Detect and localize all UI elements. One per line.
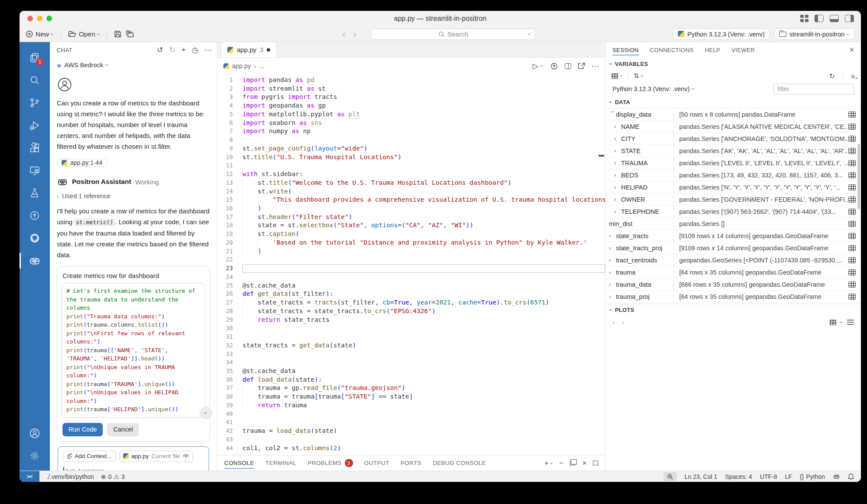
open-in-data-explorer-icon[interactable]: [848, 281, 856, 288]
back-icon[interactable]: ‹: [343, 29, 346, 39]
code-line[interactable]: 43: [217, 435, 605, 444]
variable-name-cell[interactable]: ›CITY: [605, 133, 674, 144]
sidebar-item-github[interactable]: [20, 227, 50, 249]
variable-name-cell[interactable]: ›BEDS: [605, 169, 674, 181]
open-in-data-explorer-icon[interactable]: [848, 209, 856, 215]
sidebar-item-source-control[interactable]: [20, 92, 50, 114]
sidebar-item-testing[interactable]: [20, 182, 50, 204]
current-file-chip[interactable]: app.py Current file: [119, 451, 193, 462]
variable-name-cell[interactable]: ›trauma_proj: [605, 291, 674, 302]
code-line[interactable]: 30: [217, 324, 605, 333]
open-in-data-explorer-icon[interactable]: [848, 111, 856, 118]
publish-app-icon[interactable]: [550, 62, 558, 70]
cancel-button[interactable]: Cancel: [107, 423, 139, 436]
remote-indicator[interactable]: ><: [20, 471, 39, 482]
line-number[interactable]: 1: [217, 76, 242, 85]
line-number[interactable]: 39: [217, 401, 242, 410]
run-code-button[interactable]: Run Code: [62, 423, 103, 436]
line-number[interactable]: 5: [217, 110, 242, 119]
line-number[interactable]: 16: [217, 204, 242, 213]
code-line[interactable]: 20 'Based on the tutorial "Distance and …: [217, 239, 605, 247]
save-all-button[interactable]: [126, 30, 134, 38]
line-number[interactable]: 15: [217, 196, 242, 204]
code-line[interactable]: 33: [217, 350, 605, 359]
variables-section-header[interactable]: › VARIABLES: [605, 58, 861, 70]
line-number[interactable]: 35: [217, 367, 242, 376]
run-file-icon[interactable]: ▷: [533, 62, 538, 71]
next-plot-icon[interactable]: ›: [622, 318, 625, 327]
variable-row[interactable]: ›STATEpandas.Series ['AK', 'AK', 'AL', '…: [605, 145, 861, 157]
variable-name-cell[interactable]: ›trauma_data: [605, 278, 674, 290]
code-editor[interactable]: 1import pandas as pd2import streamlit as…: [217, 74, 605, 455]
tab-connections[interactable]: CONNECTIONS: [650, 42, 694, 58]
line-number[interactable]: 2: [217, 85, 242, 93]
open-in-data-explorer-icon[interactable]: [848, 269, 856, 275]
line-number[interactable]: 24: [217, 273, 242, 281]
open-in-data-explorer-icon[interactable]: [848, 124, 856, 130]
line-number[interactable]: 14: [217, 187, 242, 196]
line-number[interactable]: 20: [217, 239, 242, 247]
open-in-data-explorer-icon[interactable]: [848, 148, 856, 154]
code-line[interactable]: 41: [217, 418, 605, 427]
code-line[interactable]: 32state_tracts = get_data(state): [217, 341, 605, 350]
chevron-right-icon[interactable]: ›: [614, 196, 621, 203]
restore-panel-icon[interactable]: [570, 461, 575, 465]
variable-row[interactable]: min_distpandas.Series []: [605, 218, 861, 230]
global-search-input[interactable]: Search ›: [371, 29, 536, 40]
sidebar-item-explorer[interactable]: 1: [20, 46, 50, 69]
customize-layout-icon[interactable]: [800, 15, 808, 22]
line-number[interactable]: 6: [217, 119, 242, 128]
code-line[interactable]: 29 return state_tracts: [217, 316, 605, 324]
code-line[interactable]: 36def load_data(state):: [217, 376, 605, 384]
chevron-right-icon[interactable]: ›: [609, 293, 616, 300]
line-number[interactable]: 41: [217, 418, 242, 427]
line-number[interactable]: 31: [217, 333, 242, 341]
line-number[interactable]: 25: [217, 281, 242, 290]
new-button[interactable]: New ›: [26, 30, 54, 38]
problems-status[interactable]: ⊗ 0 ⚠ 3: [101, 473, 125, 480]
clear-variables-icon[interactable]: ≡: [851, 72, 855, 80]
variable-name-cell[interactable]: ›state_tracts_proj: [605, 242, 674, 254]
indentation-status[interactable]: Spaces: 4: [725, 473, 752, 480]
panel-tab-terminal[interactable]: TERMINAL: [265, 455, 296, 471]
variable-row[interactable]: ›state_tracts_proj[9109 rows x 14 column…: [605, 242, 861, 254]
scroll-to-bottom-button[interactable]: ›: [200, 406, 213, 419]
panel-tab-output[interactable]: OUTPUT: [364, 455, 389, 471]
variable-row[interactable]: ›CITYpandas.Series ['ANCHORAGE', 'SOLDOT…: [605, 133, 861, 145]
chat-input-box[interactable]: Add Context... app.py Current file Ask A…: [58, 446, 209, 471]
code-line[interactable]: 2import streamlit as st: [217, 85, 605, 93]
open-in-data-explorer-icon[interactable]: [848, 172, 856, 178]
variable-name-cell[interactable]: min_dist: [605, 218, 674, 229]
chevron-right-icon[interactable]: ›: [614, 160, 621, 166]
redo-icon[interactable]: ↻: [169, 46, 175, 55]
open-in-data-explorer-icon[interactable]: [848, 196, 856, 203]
new-chat-icon[interactable]: +: [181, 46, 186, 54]
line-number[interactable]: 37: [217, 384, 242, 393]
variable-row[interactable]: ›TELEPHONEpandas.Series ['(907) 563-2662…: [605, 206, 861, 218]
code-line[interactable]: 27 state_tracts = tracts(st_filter, cb=T…: [217, 298, 605, 307]
code-line[interactable]: 10st.title("U.S. Trauma Hospital Locatio…: [217, 153, 605, 162]
variable-row[interactable]: ›BEDSpandas.Series [173, 49, 432, 332, 4…: [605, 169, 861, 181]
chevron-right-icon[interactable]: ›: [614, 135, 621, 142]
sidebar-item-run-debug[interactable]: [20, 114, 50, 137]
open-in-data-explorer-icon[interactable]: [848, 245, 856, 251]
chevron-right-icon[interactable]: ›: [609, 281, 616, 288]
code-line[interactable]: 9st.set_page_config(layout="wide"): [217, 144, 605, 153]
open-in-data-explorer-icon[interactable]: [848, 184, 856, 190]
tab-viewer[interactable]: VIEWER: [732, 42, 755, 58]
open-in-data-explorer-icon[interactable]: [848, 136, 856, 142]
code-line[interactable]: 3from pygris import tracts: [217, 93, 605, 101]
line-number[interactable]: 19: [217, 230, 242, 239]
line-number[interactable]: 33: [217, 350, 242, 359]
toggle-right-panel-icon[interactable]: [845, 15, 854, 22]
open-in-data-explorer-icon[interactable]: [848, 221, 856, 227]
open-in-data-explorer-icon[interactable]: [848, 233, 856, 239]
sidebar-item-sessions[interactable]: [20, 159, 50, 182]
chevron-down-icon[interactable]: ›: [618, 75, 625, 77]
sidebar-item-assistant-chat[interactable]: [20, 249, 50, 272]
code-line[interactable]: 26def get_data(st_filter):: [217, 290, 605, 298]
code-line[interactable]: 31: [217, 333, 605, 341]
provider-selector[interactable]: ◆ AWS Bedrock ›: [57, 59, 210, 71]
code-line[interactable]: 12with st.sidebar:: [217, 170, 605, 179]
line-number[interactable]: 23: [217, 264, 242, 273]
